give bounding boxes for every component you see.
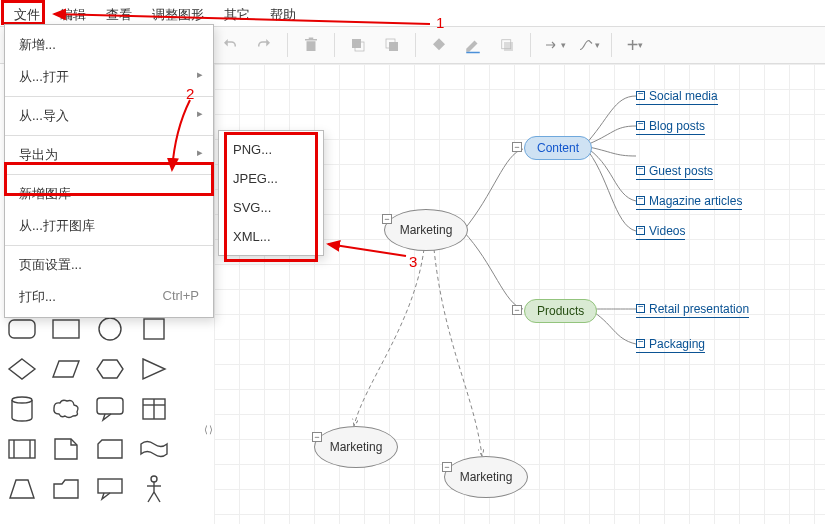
svg-rect-12 xyxy=(144,319,164,339)
menu-print[interactable]: 打印...Ctrl+P xyxy=(5,281,213,313)
collapse-icon[interactable]: − xyxy=(512,142,522,152)
menubar: 文件 编辑 查看 调整图形 其它 帮助 xyxy=(4,2,306,24)
menu-other[interactable]: 其它 xyxy=(218,4,256,22)
shape-cylinder[interactable] xyxy=(3,392,41,426)
svg-rect-2 xyxy=(389,42,398,51)
menu-new-library[interactable]: 新增图库 xyxy=(5,178,213,210)
export-submenu: PNG... JPEG... SVG... XML... xyxy=(218,130,324,256)
collapse-icon[interactable]: − xyxy=(512,305,522,315)
svg-line-26 xyxy=(154,492,160,502)
shape-triangle[interactable] xyxy=(135,352,173,386)
menu-view[interactable]: 查看 xyxy=(100,4,138,22)
shape-table[interactable] xyxy=(135,392,173,426)
collapse-icon[interactable]: − xyxy=(442,462,452,472)
undo-icon[interactable] xyxy=(216,31,244,59)
node-products[interactable]: Products xyxy=(524,299,597,323)
leaf-packaging[interactable]: Packaging xyxy=(636,337,705,353)
svg-point-11 xyxy=(99,318,121,340)
export-svg[interactable]: SVG... xyxy=(219,193,323,222)
shape-speech[interactable] xyxy=(91,472,129,506)
svg-rect-9 xyxy=(9,320,35,338)
leaf-videos[interactable]: Videos xyxy=(636,224,685,240)
svg-point-13 xyxy=(12,397,32,403)
menu-adjust[interactable]: 调整图形 xyxy=(146,4,210,22)
shape-actor[interactable] xyxy=(135,472,173,506)
export-jpeg[interactable]: JPEG... xyxy=(219,164,323,193)
shadow-icon[interactable] xyxy=(493,31,521,59)
node-content[interactable]: Content xyxy=(524,136,592,160)
shape-diamond[interactable] xyxy=(3,352,41,386)
redo-icon[interactable] xyxy=(250,31,278,59)
menu-export-as[interactable]: 导出为 xyxy=(5,139,213,171)
tofront-icon[interactable] xyxy=(344,31,372,59)
menu-new[interactable]: 新增... xyxy=(5,29,213,61)
toback-icon[interactable] xyxy=(378,31,406,59)
shape-parallelogram[interactable] xyxy=(47,352,85,386)
file-menu-dropdown: 新增... 从...打开 从...导入 导出为 新增图库 从...打开图库 页面… xyxy=(4,24,214,318)
connector-icon[interactable]: ▾ xyxy=(540,31,568,59)
shape-cloud[interactable] xyxy=(47,392,85,426)
shape-trapezoid[interactable] xyxy=(3,472,41,506)
svg-rect-4 xyxy=(466,52,480,54)
svg-rect-14 xyxy=(97,398,123,414)
shape-callout[interactable] xyxy=(91,392,129,426)
shape-tape[interactable] xyxy=(135,432,173,466)
leaf-retail-presentation[interactable]: Retail presentation xyxy=(636,302,749,318)
print-shortcut: Ctrl+P xyxy=(163,288,199,303)
collapse-icon[interactable]: − xyxy=(312,432,322,442)
menu-open-library[interactable]: 从...打开图库 xyxy=(5,210,213,242)
collapse-icon[interactable]: − xyxy=(382,214,392,224)
menu-edit[interactable]: 编辑 xyxy=(54,4,92,22)
svg-line-25 xyxy=(148,492,154,502)
menu-open-from[interactable]: 从...打开 xyxy=(5,61,213,93)
node-marketing-root[interactable]: Marketing xyxy=(384,209,468,251)
menu-page-setup[interactable]: 页面设置... xyxy=(5,249,213,281)
export-xml[interactable]: XML... xyxy=(219,222,323,251)
svg-rect-21 xyxy=(98,479,122,493)
node-marketing-child1[interactable]: Marketing xyxy=(314,426,398,468)
shape-hexagon[interactable] xyxy=(91,352,129,386)
svg-rect-0 xyxy=(352,39,361,48)
panel-splitter[interactable] xyxy=(205,420,213,444)
fill-icon[interactable] xyxy=(425,31,453,59)
waypoint-icon[interactable]: ▾ xyxy=(574,31,602,59)
shape-folder[interactable] xyxy=(47,472,85,506)
export-png[interactable]: PNG... xyxy=(219,135,323,164)
shape-process[interactable] xyxy=(3,432,41,466)
pencil-icon[interactable] xyxy=(459,31,487,59)
leaf-blog-posts[interactable]: Blog posts xyxy=(636,119,705,135)
shapes-panel xyxy=(3,312,183,512)
svg-point-22 xyxy=(151,476,157,482)
menu-help[interactable]: 帮助 xyxy=(264,4,302,22)
node-marketing-child2[interactable]: Marketing xyxy=(444,456,528,498)
leaf-social-media[interactable]: Social media xyxy=(636,89,718,105)
svg-rect-18 xyxy=(9,440,35,458)
leaf-magazine-articles[interactable]: Magazine articles xyxy=(636,194,742,210)
svg-rect-6 xyxy=(504,42,513,51)
menu-import-from[interactable]: 从...导入 xyxy=(5,100,213,132)
add-icon[interactable]: +▾ xyxy=(621,31,649,59)
delete-icon[interactable] xyxy=(297,31,325,59)
shape-note[interactable] xyxy=(47,432,85,466)
svg-rect-10 xyxy=(53,320,79,338)
shape-card[interactable] xyxy=(91,432,129,466)
menu-file[interactable]: 文件 xyxy=(8,4,46,22)
leaf-guest-posts[interactable]: Guest posts xyxy=(636,164,713,180)
